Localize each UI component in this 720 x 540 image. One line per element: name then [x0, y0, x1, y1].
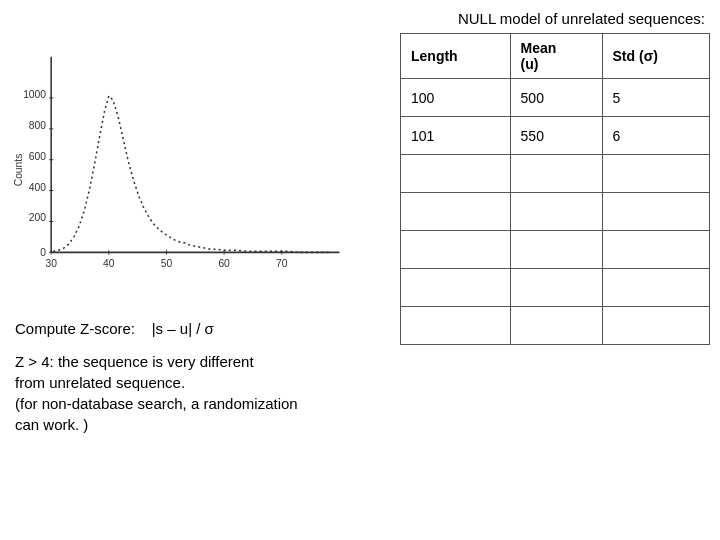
cell-mean: 550: [510, 117, 602, 155]
cell-std: 5: [602, 79, 709, 117]
zscore-label: Compute Z-score:: [15, 320, 135, 337]
svg-text:600: 600: [29, 151, 46, 162]
right-panel: NULL model of unrelated sequences: Lengt…: [400, 0, 720, 345]
table-body: 10050051015506: [401, 79, 710, 345]
cell-length: [401, 269, 511, 307]
svg-text:200: 200: [29, 212, 46, 223]
cell-length: 100: [401, 79, 511, 117]
cell-mean: [510, 269, 602, 307]
description-line2: from unrelated sequence.: [15, 374, 390, 391]
svg-text:30: 30: [45, 258, 57, 269]
col-mean: Mean (u): [510, 34, 602, 79]
cell-std: [602, 307, 709, 345]
svg-text:60: 60: [218, 258, 230, 269]
svg-text:Counts: Counts: [13, 154, 24, 187]
data-table: Length Mean (u) Std (σ) 10050051015506: [400, 33, 710, 345]
cell-length: [401, 231, 511, 269]
table-row: [401, 155, 710, 193]
svg-text:800: 800: [29, 120, 46, 131]
cell-length: 101: [401, 117, 511, 155]
cell-mean: [510, 307, 602, 345]
col-length: Length: [401, 34, 511, 79]
svg-text:40: 40: [103, 258, 115, 269]
description-line1: Z > 4: the sequence is very different: [15, 353, 390, 370]
table-header-row: Length Mean (u) Std (σ): [401, 34, 710, 79]
svg-text:1000: 1000: [23, 89, 46, 100]
cell-mean: [510, 155, 602, 193]
svg-text:70: 70: [276, 258, 288, 269]
col-std: Std (σ): [602, 34, 709, 79]
table-row: [401, 231, 710, 269]
zscore-line: Compute Z-score: |s – u| / σ: [15, 320, 390, 337]
cell-mean: 500: [510, 79, 602, 117]
left-panel: 0 200 400 600 800 1000 30 40 50 60 70: [0, 0, 400, 540]
cell-std: [602, 155, 709, 193]
col-mean-line1: Mean: [521, 40, 557, 56]
zscore-formula: |s – u| / σ: [152, 320, 214, 337]
cell-std: [602, 231, 709, 269]
table-row: [401, 193, 710, 231]
table-row: 1015506: [401, 117, 710, 155]
main-container: 0 200 400 600 800 1000 30 40 50 60 70: [0, 0, 720, 540]
cell-mean: [510, 193, 602, 231]
table-row: [401, 269, 710, 307]
cell-length: [401, 307, 511, 345]
cell-std: [602, 269, 709, 307]
description-line3: (for non-database search, a randomizatio…: [15, 395, 390, 412]
chart-svg: 0 200 400 600 800 1000 30 40 50 60 70: [10, 40, 360, 300]
cell-std: [602, 193, 709, 231]
cell-length: [401, 193, 511, 231]
description-line4: can work. ): [15, 416, 390, 433]
text-area: Compute Z-score: |s – u| / σ Z > 4: the …: [10, 320, 390, 437]
col-mean-line2: (u): [521, 56, 539, 72]
chart-area: 0 200 400 600 800 1000 30 40 50 60 70: [10, 40, 360, 300]
cell-std: 6: [602, 117, 709, 155]
svg-text:400: 400: [29, 182, 46, 193]
table-row: [401, 307, 710, 345]
null-model-title: NULL model of unrelated sequences:: [400, 10, 710, 27]
cell-mean: [510, 231, 602, 269]
table-row: 1005005: [401, 79, 710, 117]
cell-length: [401, 155, 511, 193]
svg-text:50: 50: [161, 258, 173, 269]
